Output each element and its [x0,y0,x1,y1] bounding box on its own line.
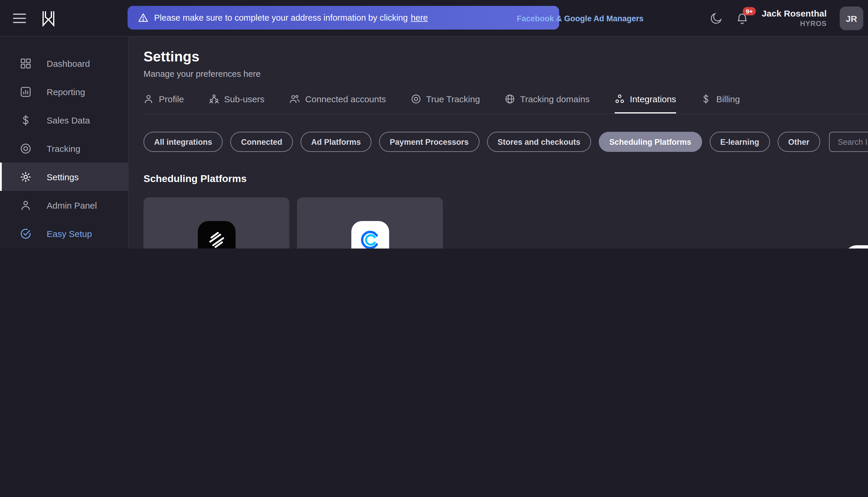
tab-connected-accounts[interactable]: Connected accounts [289,94,386,113]
sidebar-item-dashboard[interactable]: Dashboard [0,49,128,77]
dashboard-icon [19,58,31,69]
person-icon [144,94,153,104]
target-icon [19,143,31,154]
warning-triangle-icon [138,13,148,23]
filter-scheduling-platforms[interactable]: Scheduling Platforms [599,132,702,152]
tab-label: Connected accounts [305,94,386,104]
section-heading: Scheduling Platforms [144,173,868,185]
hamburger-menu-icon[interactable] [13,13,26,23]
avatar[interactable]: JR [840,6,863,30]
sidebar-item-label: Admin Panel [47,200,97,210]
globe-icon [505,94,515,104]
filter-e-learning[interactable]: E-learning [709,132,770,152]
dollar-icon [19,114,31,126]
tab-label: Billing [716,94,740,104]
integration-card-acuity[interactable]: Acuity Scheduling Click to integrate wit… [144,197,289,248]
app-window: Please make sure to complete your addres… [0,0,868,248]
sidebar-item-easy-setup[interactable]: Easy Setup [0,219,128,247]
dark-mode-moon-icon[interactable] [710,12,723,25]
sidebar-item-label: Reporting [47,87,85,97]
banner-here-link[interactable]: here [411,13,428,23]
sidebar-item-label: Sales Data [47,115,90,125]
integration-cards: Acuity Scheduling Click to integrate wit… [144,197,868,248]
sidebar-item-reporting[interactable]: Reporting [0,77,128,106]
topbar-right-cluster: Facebook & Google Ad Managers 9+ Jack Ro… [517,0,863,37]
hyros-logo-icon[interactable] [40,9,57,27]
user-name: Jack Rosenthal [762,8,827,19]
user-org: HYROS [762,19,827,28]
sidebar-item-admin-panel[interactable]: Admin Panel [0,191,128,219]
gear-icon [19,171,31,182]
ad-managers-link[interactable]: Facebook & Google Ad Managers [517,14,644,23]
tab-tracking-domains[interactable]: Tracking domains [505,94,590,113]
sidebar-item-settings[interactable]: Settings [0,162,128,191]
top-bar: Please make sure to complete your addres… [0,0,868,37]
user-info[interactable]: Jack Rosenthal HYROS [762,8,827,28]
sidebar-item-label: Dashboard [47,58,90,68]
person-icon [19,199,31,211]
filter-ad-platforms[interactable]: Ad Platforms [300,132,371,152]
main-content: Settings Manage your preferences here Pr… [129,37,868,248]
filter-connected[interactable]: Connected [231,132,293,152]
integration-filters: All integrations Connected Ad Platforms … [144,132,868,152]
tab-label: True Tracking [426,94,480,104]
tab-billing[interactable]: Billing [701,94,740,113]
banner-text: Please make sure to complete your addres… [154,13,408,23]
search-wrap [829,132,868,152]
sidebar-item-tracking[interactable]: Tracking [0,134,128,162]
settings-tabs: Profile Sub-users [144,94,868,114]
search-input[interactable] [829,132,868,152]
filter-all-integrations[interactable]: All integrations [144,132,223,152]
avatar-initials: JR [846,13,857,23]
circle-dot-icon [411,94,421,104]
filter-payment-processors[interactable]: Payment Processors [379,132,479,152]
tab-label: Sub-users [224,94,265,104]
sidebar-item-label: Easy Setup [47,228,92,239]
tab-sub-users[interactable]: Sub-users [209,94,265,113]
acuity-scheduling-logo-icon [197,221,235,248]
three-circles-icon [614,94,624,104]
address-warning-banner[interactable]: Please make sure to complete your addres… [128,6,559,30]
page-title: Settings [144,48,868,65]
integration-card-calendly[interactable]: Calendly Click to integrate with Calendl… [297,197,443,248]
page-subtitle: Manage your preferences here [144,69,868,79]
sidebar-item-sales-data[interactable]: Sales Data [0,106,128,134]
dollar-icon [701,94,711,104]
check-circle-icon [19,228,31,239]
reporting-icon [19,86,31,97]
tab-label: Tracking domains [520,94,590,104]
tab-label: Integrations [630,94,676,104]
robot-face-icon [847,246,868,248]
two-users-icon [289,94,300,104]
tab-label: Profile [159,94,184,104]
filter-other[interactable]: Other [777,132,820,152]
notification-count-badge: 9+ [743,7,756,15]
tab-true-tracking[interactable]: True Tracking [411,94,480,113]
users-hierarchy-icon [209,94,219,104]
sidebar-item-label: Settings [47,172,78,182]
sidebar: Dashboard Reporting Sales Data [0,37,129,248]
sidebar-item-label: Tracking [47,143,80,153]
filter-stores-and-checkouts[interactable]: Stores and checkouts [487,132,591,152]
notifications-bell-icon[interactable]: 9+ [736,12,749,25]
calendly-logo-icon [351,221,389,248]
tab-profile[interactable]: Profile [144,94,184,113]
tab-integrations[interactable]: Integrations [614,94,676,113]
